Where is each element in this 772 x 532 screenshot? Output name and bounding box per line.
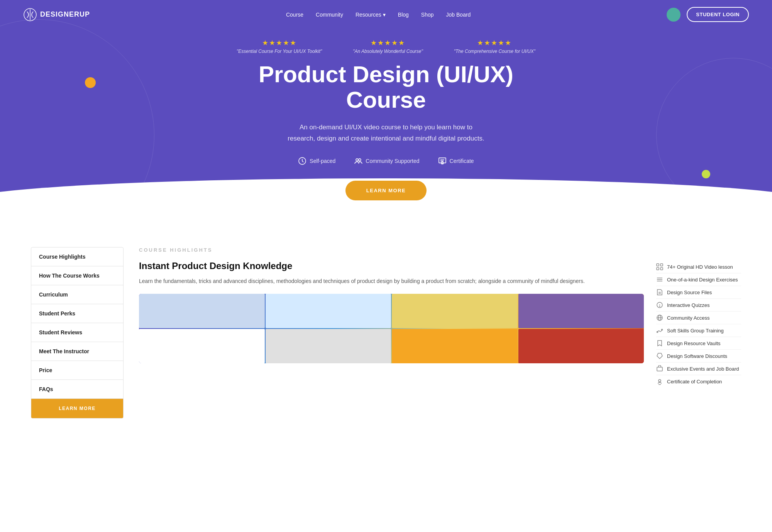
badge-certificate: Certificate bbox=[438, 157, 474, 165]
badge-self-paced: Self-paced bbox=[298, 157, 335, 165]
star-review-1: ★★★★★ "Essential Course For Your UI/UX T… bbox=[237, 39, 322, 54]
nav-shop[interactable]: Shop bbox=[421, 12, 434, 18]
nav-jobboard[interactable]: Job Board bbox=[446, 12, 471, 18]
sidebar-item-course-highlights[interactable]: Course Highlights bbox=[31, 247, 123, 266]
feature-item-4: Community Access bbox=[656, 312, 741, 324]
svg-point-4 bbox=[359, 159, 361, 161]
feature-item-2: Design Source Files bbox=[656, 286, 741, 299]
sidebar-item-price[interactable]: Price bbox=[31, 361, 123, 380]
feature-item-6: Design Resource Vaults bbox=[656, 337, 741, 350]
sidebar-item-student-reviews[interactable]: Student Reviews bbox=[31, 323, 123, 342]
feature-item-3: Interactive Quizzes bbox=[656, 299, 741, 312]
sidebar-item-faqs[interactable]: FAQs bbox=[31, 380, 123, 399]
hero-cta-button[interactable]: LEARN MORE bbox=[345, 181, 427, 200]
svg-rect-11 bbox=[657, 264, 659, 266]
content-grid: Instant Product Design Knowledge Learn t… bbox=[139, 261, 741, 388]
svg-rect-12 bbox=[660, 264, 663, 266]
main-content: COURSE HIGHLIGHTS Instant Product Design… bbox=[139, 247, 741, 418]
lower-section: Course Highlights How The Course Works C… bbox=[0, 224, 772, 442]
navbar: DESIGNERUP Course Community Resources ▾ … bbox=[0, 0, 772, 29]
svg-point-3 bbox=[356, 159, 358, 161]
svg-point-22 bbox=[659, 306, 660, 307]
sidebar-cta-button[interactable]: LEARN MORE bbox=[31, 399, 123, 418]
dot-decoration-green bbox=[702, 170, 710, 178]
nav-blog[interactable]: Blog bbox=[398, 12, 409, 18]
feature-item-0: 74+ Original HD Video lesson bbox=[656, 261, 741, 273]
login-button[interactable]: STUDENT LOGIN bbox=[687, 7, 749, 22]
avatar bbox=[667, 8, 681, 22]
badge-community: Community Supported bbox=[354, 157, 419, 165]
nav-resources[interactable]: Resources ▾ bbox=[356, 12, 386, 18]
star-review-3: ★★★★★ "The Comprehensive Course for UI/U… bbox=[454, 39, 535, 54]
svg-marker-28 bbox=[657, 353, 662, 359]
chevron-down-icon: ▾ bbox=[383, 12, 386, 18]
course-image-inner bbox=[139, 294, 644, 363]
course-image bbox=[139, 294, 644, 363]
nav-course[interactable]: Course bbox=[286, 12, 303, 18]
nav-links: Course Community Resources ▾ Blog Shop J… bbox=[286, 12, 471, 18]
nav-right: STUDENT LOGIN bbox=[667, 7, 749, 22]
feature-item-9: Certificate of Completion bbox=[656, 375, 741, 388]
hero-subtitle: An on-demand UI/UX video course to help … bbox=[286, 122, 486, 144]
content-left: Instant Product Design Knowledge Learn t… bbox=[139, 261, 644, 388]
svg-point-30 bbox=[659, 380, 661, 382]
dot-decoration-orange bbox=[85, 77, 96, 88]
hero-badges: Self-paced Community Supported Certifica… bbox=[298, 157, 474, 165]
sidebar-item-meet-instructor[interactable]: Meet The Instructor bbox=[31, 342, 123, 361]
sidebar-item-how-course-works[interactable]: How The Course Works bbox=[31, 266, 123, 285]
sidebar-item-curriculum[interactable]: Curriculum bbox=[31, 285, 123, 304]
logo[interactable]: DESIGNERUP bbox=[23, 8, 90, 22]
feature-item-1: One-of-a-kind Design Exercises bbox=[656, 273, 741, 286]
sidebar-nav: Course Highlights How The Course Works C… bbox=[31, 247, 124, 418]
svg-rect-5 bbox=[439, 158, 446, 163]
svg-rect-13 bbox=[657, 268, 659, 270]
svg-rect-14 bbox=[660, 268, 663, 270]
nav-community[interactable]: Community bbox=[316, 12, 343, 18]
svg-rect-29 bbox=[657, 367, 662, 371]
feature-item-7: Design Software Discounts bbox=[656, 350, 741, 363]
sidebar-item-student-perks[interactable]: Student Perks bbox=[31, 304, 123, 323]
content-title: Instant Product Design Knowledge bbox=[139, 261, 644, 271]
hero-section: ★★★★★ "Essential Course For Your UI/UX T… bbox=[0, 0, 772, 224]
feature-item-8: Exclusive Events and Job Board bbox=[656, 363, 741, 375]
page-title: Product Design (UI/UX) Course bbox=[259, 62, 513, 113]
feature-item-5: Soft Skills Group Training bbox=[656, 324, 741, 337]
star-reviews: ★★★★★ "Essential Course For Your UI/UX T… bbox=[237, 39, 535, 54]
content-desc: Learn the fundamentals, tricks and advan… bbox=[139, 277, 644, 286]
features-list: 74+ Original HD Video lesson One-of-a-ki… bbox=[656, 261, 741, 388]
star-review-2: ★★★★★ "An Absolutely Wonderful Course" bbox=[353, 39, 423, 54]
section-label: COURSE HIGHLIGHTS bbox=[139, 247, 741, 253]
